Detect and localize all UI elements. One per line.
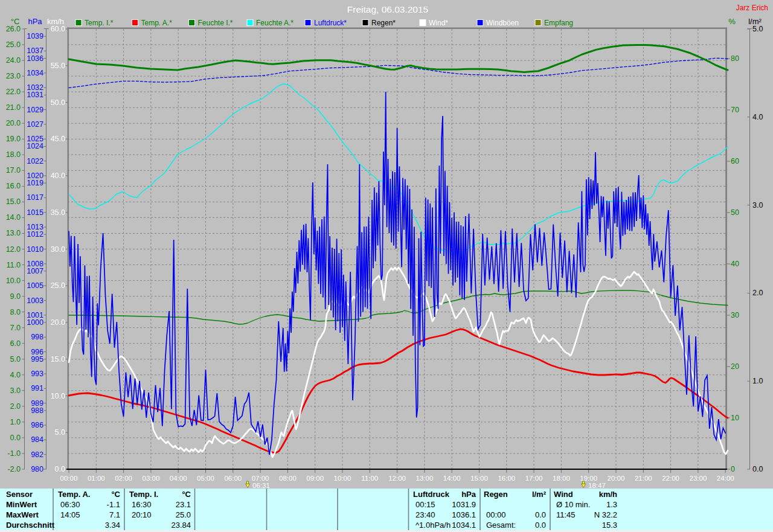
svg-text:07:00: 07:00 xyxy=(252,475,269,482)
svg-text:30.0: 30.0 xyxy=(51,245,65,254)
svg-text:1039: 1039 xyxy=(27,32,43,40)
svg-text:35.0: 35.0 xyxy=(51,208,65,217)
svg-text:988: 988 xyxy=(31,406,43,415)
svg-text:60: 60 xyxy=(731,157,739,165)
svg-text:18:00: 18:00 xyxy=(553,475,570,482)
svg-text:21.0: 21.0 xyxy=(6,103,21,112)
svg-text:Temp. I.: Temp. I. xyxy=(129,490,158,499)
svg-text:1015: 1015 xyxy=(27,208,43,217)
svg-text:-1.0: -1.0 xyxy=(7,449,21,458)
svg-text:22.0: 22.0 xyxy=(6,88,21,96)
svg-text:00:00: 00:00 xyxy=(486,510,506,519)
svg-text:25.0: 25.0 xyxy=(6,40,21,49)
svg-text:3.0: 3.0 xyxy=(10,386,21,395)
svg-text:02:00: 02:00 xyxy=(115,475,132,482)
svg-text:1.3: 1.3 xyxy=(606,500,617,509)
svg-text:5.0: 5.0 xyxy=(10,355,21,364)
svg-text:20: 20 xyxy=(731,362,739,371)
svg-text:1010: 1010 xyxy=(27,245,43,254)
svg-text:80: 80 xyxy=(731,54,739,63)
svg-text:14:05: 14:05 xyxy=(60,510,80,519)
svg-text:984: 984 xyxy=(31,435,43,444)
svg-text:6.0: 6.0 xyxy=(10,339,21,348)
svg-text:21:00: 21:00 xyxy=(635,475,652,482)
svg-text:16:00: 16:00 xyxy=(498,475,515,482)
svg-text:20:10: 20:10 xyxy=(132,510,152,519)
svg-text:15.0: 15.0 xyxy=(6,197,21,206)
svg-text:1017: 1017 xyxy=(27,193,43,202)
svg-text:55.0: 55.0 xyxy=(51,62,65,70)
svg-text:0.0: 0.0 xyxy=(10,434,21,442)
svg-text:995: 995 xyxy=(31,355,43,364)
svg-text:993: 993 xyxy=(31,370,43,378)
svg-text:^1.0hPa/h: ^1.0hPa/h xyxy=(415,521,451,530)
svg-text:1024: 1024 xyxy=(27,142,43,150)
svg-text:1031.9: 1031.9 xyxy=(452,500,476,509)
svg-text:980: 980 xyxy=(31,465,43,473)
svg-text:Wind*: Wind* xyxy=(429,19,448,27)
svg-text:12:00: 12:00 xyxy=(388,475,406,482)
svg-text:Regen*: Regen* xyxy=(371,19,396,27)
svg-text:17.0: 17.0 xyxy=(6,166,21,175)
svg-text:Windböen: Windböen xyxy=(486,19,519,27)
svg-text:Ø 10 min.: Ø 10 min. xyxy=(556,500,590,509)
svg-text:Gesamt:: Gesamt: xyxy=(486,521,516,530)
svg-text:3.34: 3.34 xyxy=(105,521,120,530)
svg-text:06:31: 06:31 xyxy=(252,482,270,489)
svg-text:4.0: 4.0 xyxy=(752,113,763,121)
svg-text:25.0: 25.0 xyxy=(176,510,191,519)
svg-text:10: 10 xyxy=(731,414,739,422)
svg-text:05:00: 05:00 xyxy=(197,475,214,482)
svg-text:09:00: 09:00 xyxy=(306,475,324,482)
svg-text:Feuchte A.*: Feuchte A.* xyxy=(256,19,293,27)
svg-text:Wind: Wind xyxy=(554,490,573,499)
svg-text:8.0: 8.0 xyxy=(10,308,21,316)
svg-text:0: 0 xyxy=(731,465,735,473)
svg-text:1000: 1000 xyxy=(27,318,43,327)
svg-text:06:00: 06:00 xyxy=(224,475,242,482)
svg-text:45.0: 45.0 xyxy=(51,135,65,143)
svg-text:10.0: 10.0 xyxy=(6,277,21,285)
svg-text:Temp. I.*: Temp. I.* xyxy=(85,19,114,27)
svg-text:Empfang: Empfang xyxy=(544,19,573,27)
svg-text:14.0: 14.0 xyxy=(6,213,21,222)
svg-text:24.0: 24.0 xyxy=(6,56,21,65)
svg-text:1012: 1012 xyxy=(27,230,43,239)
svg-text:24:00: 24:00 xyxy=(717,475,734,482)
svg-text:Regen: Regen xyxy=(484,490,508,499)
svg-text:40: 40 xyxy=(731,260,739,268)
svg-text:Jarz Erich: Jarz Erich xyxy=(736,4,768,12)
svg-text:Freitag, 06.03.2015: Freitag, 06.03.2015 xyxy=(347,4,428,14)
svg-text:20:00: 20:00 xyxy=(608,475,625,482)
svg-text:40.0: 40.0 xyxy=(51,171,65,180)
svg-text:20.0: 20.0 xyxy=(6,119,21,127)
svg-text:-1.1: -1.1 xyxy=(107,500,120,509)
svg-text:1022: 1022 xyxy=(27,157,43,165)
svg-text:1034.1: 1034.1 xyxy=(452,521,476,530)
svg-text:Luftdruck*: Luftdruck* xyxy=(314,19,347,27)
svg-text:30: 30 xyxy=(731,311,739,319)
svg-text:5.0: 5.0 xyxy=(752,25,763,33)
svg-text:Durchschnitt: Durchschnitt xyxy=(6,521,55,530)
svg-text:06:30: 06:30 xyxy=(60,500,80,509)
svg-text:2.0: 2.0 xyxy=(752,289,763,297)
svg-text:04:00: 04:00 xyxy=(170,475,187,482)
svg-text:10.0: 10.0 xyxy=(51,392,65,400)
svg-text:00:00: 00:00 xyxy=(60,475,78,482)
svg-text:7.0: 7.0 xyxy=(10,324,21,332)
svg-text:0.0: 0.0 xyxy=(535,521,546,530)
svg-text:23:00: 23:00 xyxy=(690,475,707,482)
svg-text:1027: 1027 xyxy=(27,120,43,129)
svg-text:0.0: 0.0 xyxy=(535,510,546,519)
svg-text:23.84: 23.84 xyxy=(171,521,191,530)
svg-text:1036: 1036 xyxy=(27,54,43,63)
svg-text:MaxWert: MaxWert xyxy=(6,510,39,519)
svg-text:50: 50 xyxy=(731,208,739,217)
svg-text:11.0: 11.0 xyxy=(7,261,21,269)
svg-text:50.0: 50.0 xyxy=(51,98,65,107)
svg-text:hPa: hPa xyxy=(28,17,42,26)
svg-text:Sensor: Sensor xyxy=(6,490,33,499)
svg-text:12.0: 12.0 xyxy=(6,245,21,254)
svg-text:1003: 1003 xyxy=(27,296,43,305)
svg-text:km/h: km/h xyxy=(599,490,617,499)
